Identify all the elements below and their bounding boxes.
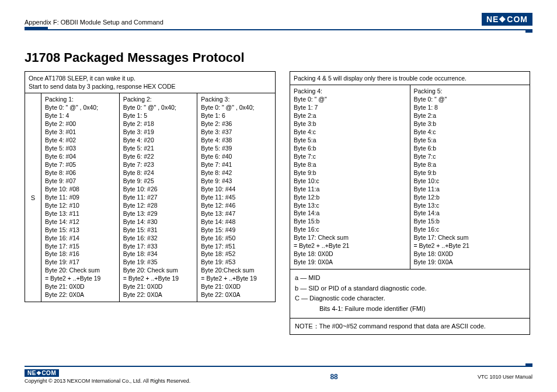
- byte-line: Byte 4: #02: [45, 136, 116, 145]
- byte-line: Byte 14:a: [414, 209, 527, 218]
- byte-line: = Byte2 + ..+Byte 19: [45, 275, 116, 283]
- byte-line: Byte 21: 0X0D: [123, 283, 194, 291]
- byte-line: Byte 18: #34: [123, 250, 194, 258]
- copyright: Copyright © 2013 NEXCOM International Co…: [25, 378, 190, 384]
- byte-line: Byte 4:c: [294, 128, 406, 136]
- byte-line: Byte 19: 0X0A: [414, 258, 527, 267]
- byte-line: Byte 2:a: [294, 112, 406, 120]
- byte-line: Byte 9: #25: [123, 177, 194, 186]
- byte-line: Byte 6: #04: [45, 153, 116, 161]
- byte-line: Byte 17: Check sum: [414, 234, 527, 242]
- byte-line: Byte 13:c: [414, 202, 527, 210]
- byte-line: Byte 19: #35: [123, 258, 194, 267]
- byte-line: Packing 3:: [201, 96, 271, 104]
- byte-line: Packing 4:: [294, 88, 406, 96]
- byte-line: Byte 20: Check sum: [45, 267, 116, 275]
- intro-line: Packing 4 & 5 will display only there is…: [294, 74, 526, 82]
- side-label: S: [25, 93, 41, 302]
- page-title: J1708 Packaged Messages Protocol: [25, 50, 532, 65]
- byte-line: Byte 13: #29: [123, 210, 194, 218]
- byte-line: Byte 6:b: [294, 145, 406, 153]
- byte-line: Byte 1: 6: [201, 112, 271, 120]
- byte-line: Byte 17: #15: [45, 243, 116, 251]
- byte-line: Byte 15: #31: [123, 226, 194, 235]
- byte-line: Byte 16: #50: [201, 235, 271, 243]
- byte-line: Byte 6: #22: [123, 153, 194, 161]
- note: NOTE：The #00~#52 command respond that da…: [290, 318, 530, 334]
- byte-line: = Byte2 + ..+Byte 19: [123, 275, 194, 283]
- byte-line: Byte 20: Check sum: [123, 267, 194, 275]
- byte-line: Byte 15: #49: [201, 226, 271, 235]
- byte-line: Byte 8: #42: [201, 169, 271, 177]
- byte-line: Byte 2: #18: [123, 120, 194, 128]
- byte-line: Byte 6: #40: [201, 153, 271, 161]
- byte-line: Byte 1: 4: [45, 112, 116, 120]
- byte-line: Byte 1: 7: [294, 104, 406, 112]
- byte-line: = Byte2 + ..+Byte 19: [201, 275, 271, 283]
- byte-line: Byte 13:c: [294, 202, 406, 210]
- byte-line: Byte 8:a: [294, 161, 406, 169]
- byte-line: Byte 6:b: [414, 145, 527, 153]
- packing-column: Packing 4:Byte 0: " @"Byte 1: 7Byte 2:aB…: [290, 85, 410, 269]
- byte-line: Byte 9: #07: [45, 177, 116, 186]
- byte-line: Byte 0: " @" , 0x40;: [201, 104, 271, 112]
- byte-line: Byte 8:a: [414, 161, 527, 169]
- byte-line: Byte 11:a: [294, 186, 406, 194]
- byte-line: Byte 18: 0X0D: [414, 250, 527, 258]
- manual-name: VTC 1010 User Manual: [478, 374, 532, 380]
- byte-line: Byte 16: #32: [123, 235, 194, 243]
- byte-line: Byte 1: 5: [123, 112, 194, 120]
- legend-c-sub: Bits 4-1: Failure mode identifier (FMI): [295, 304, 525, 314]
- packing-column: Packing 2:Byte 0: " @" , 0x40;Byte 1: 5B…: [119, 93, 197, 302]
- byte-line: Byte 5: #21: [123, 145, 194, 153]
- byte-line: Byte 3: #19: [123, 128, 194, 136]
- byte-line: Byte 20:Check sum: [201, 267, 271, 275]
- logo: NE❖COM: [482, 13, 532, 26]
- byte-line: Byte 9:b: [414, 169, 527, 177]
- byte-line: Byte 4: #38: [201, 136, 271, 145]
- byte-line: Byte 5: #03: [45, 145, 116, 153]
- byte-line: Byte 11: #45: [201, 194, 271, 202]
- byte-line: Byte 0: " @": [294, 96, 406, 104]
- byte-line: Byte 16: #14: [45, 235, 116, 243]
- byte-line: Byte 12:b: [294, 194, 406, 202]
- byte-line: Byte 2:a: [414, 112, 527, 120]
- byte-line: Byte 19: #53: [201, 258, 271, 267]
- byte-line: Byte 22: 0X0A: [201, 291, 271, 299]
- byte-line: Byte 7: #05: [45, 161, 116, 169]
- byte-line: Byte 5:a: [414, 136, 527, 145]
- byte-line: Byte 22: 0X0A: [123, 291, 194, 299]
- byte-line: Byte 13: #11: [45, 210, 116, 218]
- byte-line: Packing 1:: [45, 96, 116, 104]
- byte-line: Byte 10:c: [294, 177, 406, 186]
- byte-line: Byte 3:b: [294, 120, 406, 128]
- intro-line: Start to send data by 3 packing, respons…: [29, 82, 271, 90]
- footer-rule: [25, 366, 532, 367]
- page-number: 88: [330, 373, 337, 381]
- legend-c: C — Diagnostic code character.: [295, 293, 525, 304]
- byte-line: Byte 15:b: [294, 218, 406, 226]
- packing-column: Packing 3:Byte 0: " @" , 0x40;Byte 1: 6B…: [197, 93, 275, 302]
- byte-line: Byte 4:c: [414, 128, 527, 136]
- byte-line: = Byte2 + ..+Byte 21: [414, 242, 527, 250]
- byte-line: Byte 18: 0X0D: [294, 250, 406, 258]
- byte-line: Byte 7:c: [414, 153, 527, 161]
- byte-line: Byte 14:a: [294, 209, 406, 218]
- byte-line: Byte 5:a: [294, 136, 406, 145]
- byte-line: Byte 10: #08: [45, 186, 116, 194]
- byte-line: Byte 10:c: [414, 177, 527, 186]
- byte-line: Byte 15:b: [414, 218, 527, 226]
- byte-line: Byte 0: " @" , 0x40;: [45, 104, 116, 112]
- byte-line: Byte 21: 0X0D: [45, 283, 116, 291]
- byte-line: Byte 12: #46: [201, 202, 271, 210]
- byte-line: Byte 11:a: [414, 186, 527, 194]
- packing-column: Packing 5:Byte 0: " @"Byte 1: 8Byte 2:aB…: [410, 85, 530, 269]
- byte-line: Byte 0: " @": [414, 96, 527, 104]
- byte-line: Byte 18: #16: [45, 250, 116, 258]
- appendix-label: Appendix F: OBDII Module Setup and Comma…: [25, 19, 163, 26]
- legend-b: b — SID or PID of a standard diagnostic …: [295, 284, 525, 294]
- byte-line: Byte 2: #00: [45, 120, 116, 128]
- byte-line: Byte 11: #09: [45, 194, 116, 202]
- byte-line: Byte 12:b: [414, 194, 527, 202]
- byte-line: Byte 10: #44: [201, 186, 271, 194]
